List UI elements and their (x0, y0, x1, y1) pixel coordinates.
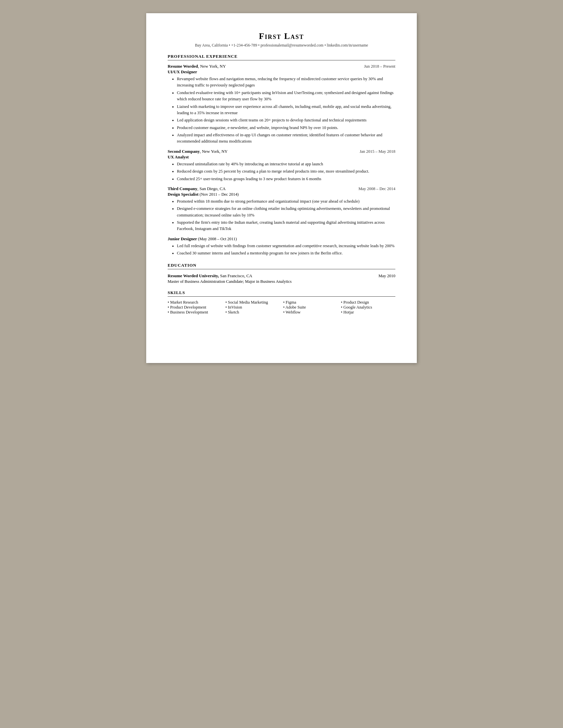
job-dates-2: Jan 2015 – May 2018 (360, 149, 395, 154)
skills-col-3: Figma Adobe Suite Webflow (283, 300, 338, 315)
edu-header-1: Resume Worded University, San Francisco,… (168, 273, 395, 279)
bullet: Led application design sessions with cli… (177, 117, 395, 123)
bullet: Decreased uninstallation rate by 40% by … (177, 161, 395, 167)
bullet: Supported the firm's entry into the Indi… (177, 219, 395, 232)
skill-item: Sketch (225, 310, 280, 315)
bullet: Conducted evaluative testing with 10+ pa… (177, 90, 395, 103)
job-title-2: UX Analyst (168, 154, 395, 160)
skill-item: Social Media Marketing (225, 300, 280, 305)
bullet: Analyzed impact and effectiveness of in-… (177, 132, 395, 145)
resume-paper: First Last Bay Area, California • +1-234… (146, 13, 417, 363)
job-block-4: Junior Designer (May 2008 – Oct 2011) Le… (168, 236, 395, 257)
job-company-1: Resume Worded, New York, NY (168, 64, 226, 69)
bullet: Reduced design costs by 25 percent by cr… (177, 168, 395, 175)
candidate-name: First Last (168, 31, 395, 41)
bullet: Designed e-commerce strategies for an on… (177, 206, 395, 218)
job-header-3: Third Company, San Diego, CA May 2008 – … (168, 186, 395, 191)
skills-title: Skills (168, 290, 395, 297)
job-block-2: Second Company, New York, NY Jan 2015 – … (168, 149, 395, 182)
job-dates-3: May 2008 – Dec 2014 (358, 186, 395, 191)
skills-col-2: Social Media Marketing InVision Sketch (225, 300, 280, 315)
job-title-1: UI/UX Designer (168, 69, 395, 75)
skill-item: Adobe Suite (283, 305, 338, 310)
bullet: Conducted 25+ user-testing focus groups … (177, 176, 395, 182)
skill-item: Market Research (168, 300, 222, 305)
edu-degree-1: Master of Business Administration Candid… (168, 279, 395, 284)
skills-section: Skills Market Research Product Developme… (168, 290, 395, 315)
experience-title: Professional Experience (168, 54, 395, 60)
bullet: Liaised with marketing to improve user e… (177, 104, 395, 116)
job-block-3: Third Company, San Diego, CA May 2008 – … (168, 186, 395, 232)
skill-item: Hotjar (341, 310, 395, 315)
skills-col-4: Product Design Google Analytics Hotjar (341, 300, 395, 315)
skill-item: Google Analytics (341, 305, 395, 310)
skill-item: Business Development (168, 310, 222, 315)
bullet: Coached 30 summer interns and launched a… (177, 250, 395, 256)
job-header-1: Resume Worded, New York, NY Jun 2018 – P… (168, 64, 395, 69)
education-section: Education Resume Worded University, San … (168, 263, 395, 284)
skill-item: Figma (283, 300, 338, 305)
job-title-4: Junior Designer (May 2008 – Oct 2011) (168, 236, 395, 242)
job-bullets-4: Led full redesign of website with findin… (168, 243, 395, 257)
job-company-2: Second Company, New York, NY (168, 149, 228, 154)
job-title-3: Design Specialist (Nov 2011 – Dec 2014) (168, 192, 395, 197)
bullet: Promoted within 18 months due to strong … (177, 198, 395, 205)
skill-item: Product Design (341, 300, 395, 305)
skills-col-1: Market Research Product Development Busi… (168, 300, 222, 315)
job-block-1: Resume Worded, New York, NY Jun 2018 – P… (168, 64, 395, 145)
bullet: Revamped website flows and navigation me… (177, 76, 395, 89)
job-bullets-3: Promoted within 18 months due to strong … (168, 198, 395, 232)
bullet: Led full redesign of website with findin… (177, 243, 395, 249)
edu-date-1: May 2010 (379, 274, 395, 279)
experience-section: Professional Experience Resume Worded, N… (168, 54, 395, 257)
job-bullets-2: Decreased uninstallation rate by 40% by … (168, 161, 395, 182)
job-header-2: Second Company, New York, NY Jan 2015 – … (168, 149, 395, 154)
skill-item: Product Development (168, 305, 222, 310)
skill-item: Webflow (283, 310, 338, 315)
resume-header: First Last Bay Area, California • +1-234… (168, 31, 395, 48)
education-title: Education (168, 263, 395, 269)
job-bullets-1: Revamped website flows and navigation me… (168, 76, 395, 145)
job-company-3: Third Company, San Diego, CA (168, 186, 226, 191)
job-dates-1: Jun 2018 – Present (364, 64, 395, 69)
skill-item: InVision (225, 305, 280, 310)
bullet: Produced customer magazine, e-newsletter… (177, 125, 395, 131)
skills-grid: Market Research Product Development Busi… (168, 300, 395, 315)
edu-school-1: Resume Worded University, San Francisco,… (168, 273, 252, 279)
contact-info: Bay Area, California • +1-234-456-789 • … (168, 43, 395, 48)
